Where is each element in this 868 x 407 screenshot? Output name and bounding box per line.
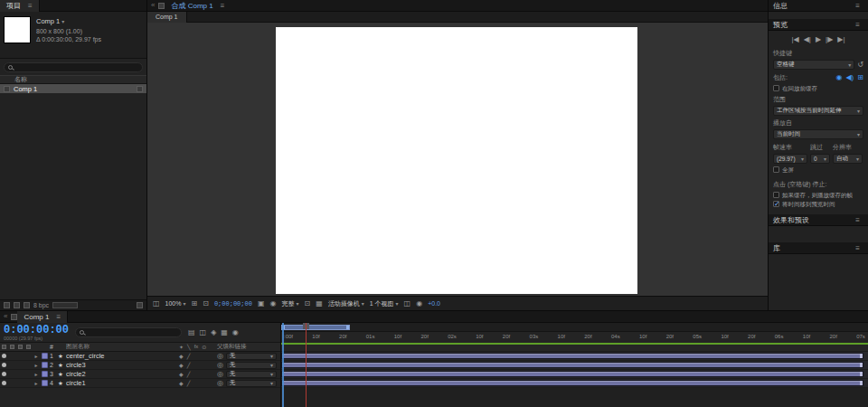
stop-move-time-checkbox[interactable] bbox=[773, 201, 779, 207]
layer-row-circle2[interactable]: ▸ 3 ★ circle2 ◆ ╱ ◎ 无 ▾ bbox=[0, 370, 280, 379]
timeline-search-input[interactable] bbox=[75, 327, 182, 337]
draft-3d-icon[interactable]: ◫ bbox=[200, 329, 207, 336]
timeline-menu-icon[interactable]: ≡ bbox=[56, 313, 61, 321]
new-composition-icon[interactable] bbox=[24, 302, 30, 308]
parent-select[interactable]: 无 ▾ bbox=[226, 380, 277, 387]
panel-menu-icon[interactable]: ≡ bbox=[28, 2, 33, 10]
first-frame-button[interactable]: |◀ bbox=[791, 36, 798, 43]
layer-name[interactable]: circle1 bbox=[66, 379, 179, 387]
show-snapshot-icon[interactable]: ◉ bbox=[269, 300, 276, 308]
timecode-value[interactable]: 0:00:00:00 bbox=[4, 325, 69, 336]
cache-before-playback-option[interactable]: 在回放前缓存 bbox=[773, 85, 863, 92]
frame-blending-icon[interactable]: ▦ bbox=[221, 329, 228, 336]
trash-icon[interactable] bbox=[137, 302, 143, 308]
camera-select[interactable]: 活动摄像机 ▾ bbox=[328, 299, 364, 308]
include-audio-icon[interactable]: ◀) bbox=[845, 74, 854, 81]
hide-shy-layers-icon[interactable]: ◈ bbox=[211, 329, 216, 336]
stop-move-time-option[interactable]: 将时间移到预览时间 bbox=[773, 201, 863, 208]
quality-toggle[interactable]: ╱ bbox=[187, 362, 191, 368]
skip-select[interactable]: 0 ▾ bbox=[810, 154, 830, 164]
stop-cache-option[interactable]: 如果缓存，则播放缓存的帧 bbox=[773, 192, 863, 199]
last-frame-button[interactable]: ▶| bbox=[837, 36, 844, 43]
resolution-select[interactable]: 完整 ▾ bbox=[281, 299, 298, 308]
audio-column-icon[interactable] bbox=[10, 345, 14, 349]
tab-composition-viewer[interactable]: 合成 Comp 1 ≡ bbox=[165, 0, 231, 12]
preview-menu-icon[interactable]: ≡ bbox=[855, 21, 860, 29]
layer-bar[interactable] bbox=[281, 362, 863, 368]
cache-before-playback-checkbox[interactable] bbox=[773, 85, 779, 91]
pick-whip-icon[interactable]: ◎ bbox=[217, 380, 223, 387]
include-video-icon[interactable]: ◉ bbox=[835, 74, 842, 81]
layer-bar[interactable] bbox=[281, 353, 863, 359]
mask-visibility-icon[interactable]: ⊡ bbox=[203, 300, 209, 308]
pick-whip-icon[interactable]: ◎ bbox=[217, 362, 223, 369]
collapse-toggle[interactable]: ◆ bbox=[179, 353, 184, 359]
collapse-toggle[interactable]: ◆ bbox=[179, 380, 184, 386]
time-navigator[interactable] bbox=[281, 323, 868, 332]
magnification-select[interactable]: 100% ▾ bbox=[165, 300, 186, 307]
parent-column-label[interactable]: 父级和链接 bbox=[217, 343, 280, 351]
tab-project[interactable]: 项目 ≡ bbox=[0, 0, 40, 12]
layer-name[interactable]: circle3 bbox=[66, 361, 179, 369]
next-frame-button[interactable]: |▶ bbox=[826, 36, 833, 43]
fullscreen-checkbox[interactable] bbox=[773, 166, 779, 173]
play-from-select[interactable]: 当前时间 ▾ bbox=[773, 129, 863, 139]
viewer-canvas-area[interactable] bbox=[147, 23, 768, 296]
preview-resolution-select[interactable]: 自动 ▾ bbox=[833, 154, 863, 164]
pick-whip-icon[interactable]: ◎ bbox=[217, 371, 223, 378]
play-button[interactable]: ▶ bbox=[816, 36, 821, 43]
snapshot-icon[interactable]: ▣ bbox=[258, 300, 265, 308]
motion-blur-icon[interactable]: ◉ bbox=[232, 329, 239, 336]
video-column-icon[interactable] bbox=[2, 345, 6, 349]
fullscreen-option[interactable]: 全屏 bbox=[773, 166, 863, 174]
composition-canvas[interactable] bbox=[276, 27, 637, 294]
libraries-menu-icon[interactable]: ≡ bbox=[855, 244, 860, 252]
expander-icon[interactable]: ▸ bbox=[33, 371, 40, 377]
eye-icon[interactable] bbox=[2, 381, 6, 385]
parent-select[interactable]: 无 ▾ bbox=[226, 362, 277, 369]
layer-name[interactable]: center_circle bbox=[66, 352, 179, 360]
hand-tool-icon[interactable]: ◫ bbox=[153, 300, 160, 308]
preview-panel-header[interactable]: 预览 ≡ bbox=[769, 19, 868, 31]
layer-bar[interactable] bbox=[281, 380, 863, 386]
interpret-footage-icon[interactable] bbox=[4, 302, 10, 308]
stop-cache-checkbox[interactable] bbox=[773, 192, 779, 198]
previous-frame-button[interactable]: ◀| bbox=[804, 36, 811, 43]
new-folder-icon[interactable] bbox=[14, 302, 20, 308]
libraries-header[interactable]: 库 ≡ bbox=[769, 242, 868, 254]
dock-chevron-icon[interactable]: « bbox=[151, 2, 155, 9]
project-item-comp1[interactable]: Comp 1 bbox=[0, 84, 146, 93]
label-color-chip[interactable] bbox=[42, 362, 48, 368]
expander-icon[interactable]: ▸ bbox=[33, 380, 40, 386]
layer-name[interactable]: circle2 bbox=[66, 370, 179, 378]
current-time-indicator[interactable] bbox=[306, 323, 307, 407]
layer-bar[interactable] bbox=[281, 371, 863, 377]
time-ruler[interactable]: :00f10f20f01s10f20f02s10f20f03s10f20f04s… bbox=[281, 332, 868, 343]
info-panel-header[interactable]: 信息 ≡ bbox=[769, 0, 868, 12]
work-area-bar[interactable] bbox=[281, 325, 350, 330]
framerate-select[interactable]: (29.97) ▾ bbox=[773, 154, 807, 164]
comp-subtab[interactable]: Comp 1 bbox=[147, 12, 187, 23]
effects-presets-header[interactable]: 效果和预设 ≡ bbox=[769, 214, 868, 226]
quality-toggle[interactable]: ╱ bbox=[187, 380, 191, 386]
layer-row-center-circle[interactable]: ▸ 1 ★ center_circle ◆ ╱ ◎ 无 ▾ bbox=[0, 352, 280, 361]
layer-row-circle3[interactable]: ▸ 2 ★ circle3 ◆ ╱ ◎ 无 ▾ bbox=[0, 361, 280, 370]
transparency-grid-icon[interactable]: ▦ bbox=[316, 300, 323, 308]
viewer-timecode-button[interactable]: 0;00;00;00 bbox=[214, 300, 252, 308]
reset-shortcut-icon[interactable]: ↺ bbox=[857, 62, 863, 69]
solo-column-icon[interactable] bbox=[18, 345, 23, 349]
parent-select[interactable]: 无 ▾ bbox=[226, 371, 277, 378]
eye-icon[interactable] bbox=[2, 354, 6, 358]
layer-row-circle1[interactable]: ▸ 4 ★ circle1 ◆ ╱ ◎ 无 ▾ bbox=[0, 379, 280, 388]
quality-toggle[interactable]: ╱ bbox=[187, 371, 191, 377]
expander-icon[interactable]: ▸ bbox=[33, 362, 40, 368]
label-color-chip[interactable] bbox=[42, 353, 48, 359]
expander-icon[interactable]: ▸ bbox=[33, 353, 40, 359]
flag-caret-icon[interactable]: ▾ bbox=[61, 19, 64, 24]
shortcut-select[interactable]: 空格键 ▾ bbox=[773, 60, 854, 70]
effects-menu-icon[interactable]: ≡ bbox=[855, 216, 860, 224]
fast-previews-icon[interactable]: ◉ bbox=[416, 300, 422, 308]
label-color-chip[interactable] bbox=[42, 380, 48, 386]
color-depth-label[interactable]: 8 bpc bbox=[33, 302, 49, 308]
layer-name-column-label[interactable]: 图层名称 bbox=[66, 343, 179, 351]
